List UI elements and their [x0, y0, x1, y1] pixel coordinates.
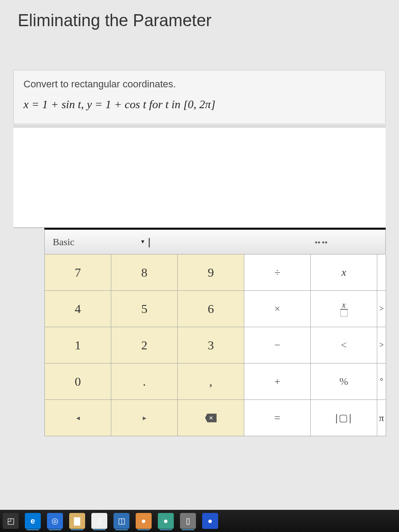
- key-÷[interactable]: ÷: [244, 254, 311, 291]
- keypad-grid: 789÷x456×x>123−<>0.,+%°◂▸✕=|▢|π: [44, 254, 386, 436]
- page-title: Eliminating the Parameter: [0, 0, 399, 30]
- key-°[interactable]: °: [377, 364, 386, 400]
- key-3[interactable]: 3: [178, 327, 244, 364]
- key-◂[interactable]: ◂: [45, 400, 111, 436]
- keypad-mode-label: Basic: [53, 236, 74, 248]
- key-%[interactable]: %: [311, 364, 377, 400]
- key-0[interactable]: 0: [45, 364, 111, 400]
- key-del[interactable]: ✕: [178, 400, 244, 436]
- chevron-down-icon: ▼: [140, 239, 145, 245]
- problem-box: Convert to rectangular coordinates. x = …: [13, 70, 386, 124]
- key->[interactable]: >: [377, 291, 386, 327]
- problem-instruction: Convert to rectangular coordinates.: [23, 78, 376, 90]
- key-7[interactable]: 7: [45, 254, 111, 291]
- answer-input[interactable]: [13, 126, 386, 228]
- key-+[interactable]: +: [244, 364, 311, 400]
- taskbar-edge-icon[interactable]: e: [25, 513, 41, 529]
- key-8[interactable]: 8: [111, 254, 178, 291]
- taskbar-doc-icon[interactable]: ▯: [91, 513, 107, 529]
- key-5[interactable]: 5: [111, 291, 178, 327]
- key-4[interactable]: 4: [45, 291, 111, 327]
- key-,[interactable]: ,: [178, 364, 244, 400]
- key-−[interactable]: −: [244, 327, 311, 364]
- key-blank[interactable]: [377, 254, 386, 291]
- taskbar-app3-icon[interactable]: ▯: [180, 513, 196, 529]
- key-=[interactable]: =: [244, 400, 311, 436]
- keypad-mode-selector[interactable]: Basic ▼ | ●● ●●: [44, 230, 386, 254]
- key-▸[interactable]: ▸: [111, 400, 178, 436]
- taskbar-explorer-icon[interactable]: ▇: [69, 513, 85, 529]
- key-π[interactable]: π: [377, 400, 386, 436]
- taskbar-start-icon[interactable]: ◰: [3, 513, 19, 529]
- key-2[interactable]: 2: [111, 327, 178, 364]
- key-9[interactable]: 9: [178, 254, 244, 291]
- taskbar-store-icon[interactable]: ◫: [113, 513, 129, 529]
- key-<[interactable]: <: [311, 327, 377, 364]
- key->[interactable]: >: [377, 327, 386, 364]
- taskbar-app2-icon[interactable]: ●: [158, 513, 174, 529]
- key-.[interactable]: .: [111, 364, 178, 400]
- taskbar-cortana-icon[interactable]: ◎: [47, 513, 63, 529]
- keypad: Basic ▼ | ●● ●● 789÷x456×x>123−<>0.,+%°◂…: [44, 228, 386, 436]
- key-1[interactable]: 1: [45, 327, 111, 364]
- problem-equation: x = 1 + sin t, y = 1 + cos t for t in [0…: [23, 98, 376, 111]
- key-x[interactable]: x: [311, 254, 377, 291]
- key-6[interactable]: 6: [178, 291, 244, 327]
- key-frac[interactable]: x: [311, 291, 377, 327]
- taskbar-app1-icon[interactable]: ●: [136, 513, 152, 529]
- keypad-page-indicator: ●● ●●: [315, 239, 328, 245]
- keypad-cursor-icon: |: [148, 236, 151, 248]
- key-×[interactable]: ×: [244, 291, 311, 327]
- taskbar: ◰e◎▇▯◫●●▯●: [0, 510, 399, 532]
- taskbar-app4-icon[interactable]: ●: [202, 513, 218, 529]
- key-abs[interactable]: |▢|: [311, 400, 377, 436]
